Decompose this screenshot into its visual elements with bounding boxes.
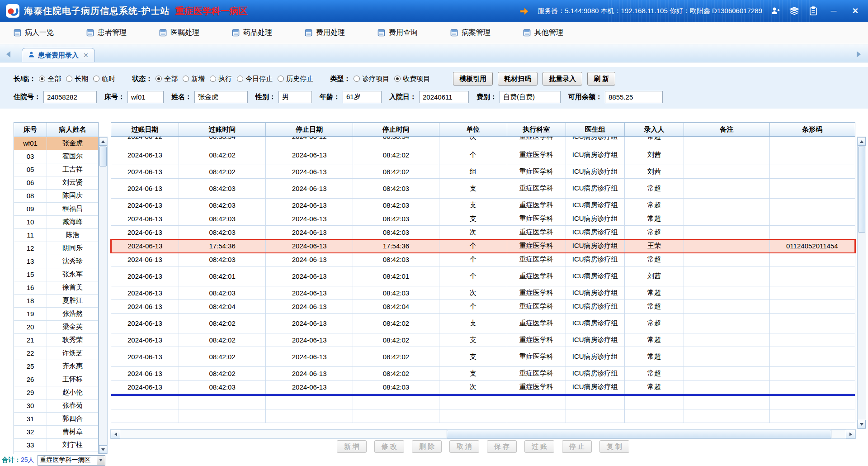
radio-option[interactable]: 今日停止	[237, 75, 273, 83]
field-value-box[interactable]: 20240611	[419, 91, 469, 103]
radio-option[interactable]: 全部	[156, 75, 178, 83]
patient-row[interactable]: 12阴同乐	[14, 242, 98, 255]
patient-row[interactable]: 19张浩然	[14, 307, 98, 320]
fee-table-scrollbar[interactable]	[857, 137, 866, 429]
patient-row[interactable]: 32曹树章	[14, 425, 98, 438]
scroll-up-button[interactable]	[858, 137, 866, 146]
radio-option[interactable]: 长期	[66, 75, 88, 83]
menu-item-3[interactable]: 医嘱处理	[159, 28, 199, 38]
action-button[interactable]: 取 消	[449, 440, 479, 453]
field-value-box[interactable]: wf01	[127, 91, 164, 103]
tab-patient-fee-entry[interactable]: 患者费用录入 ✕	[22, 48, 95, 62]
patient-row[interactable]: 09程福昌	[14, 202, 98, 215]
action-button[interactable]: 复 制	[599, 440, 629, 453]
scrollbar-thumb[interactable]	[447, 430, 831, 438]
patient-row[interactable]: 21耿秀荣	[14, 333, 98, 347]
fee-row[interactable]: 2024-06-1308:42:032024-06-1308:42:03支重症医…	[111, 212, 855, 226]
radio-option[interactable]: 全部	[39, 75, 61, 83]
action-button[interactable]: 新 增	[337, 440, 367, 453]
fee-row[interactable]: 2024-06-1308:42:032024-06-1308:42:03个重症医…	[111, 253, 855, 266]
field-value-box[interactable]: 61岁	[343, 91, 382, 103]
fee-row[interactable]: 2024-06-1308:42:032024-06-1308:42:03次重症医…	[111, 286, 855, 300]
menu-item-2[interactable]: 患者管理	[86, 28, 127, 38]
fee-row[interactable]: 2024-06-1308:42:042024-06-1308:42:04个重症医…	[111, 300, 855, 314]
patient-row[interactable]: 26王怀标	[14, 373, 98, 386]
scrollbar-track[interactable]	[858, 233, 866, 420]
fee-row[interactable]: 2024-06-1317:54:362024-06-1317:54:36个重症医…	[111, 239, 855, 253]
tab-scroll-right-button[interactable]	[854, 47, 863, 62]
filter-button[interactable]: 模板引用	[453, 72, 493, 86]
patient-row[interactable]: 06刘云贤	[14, 176, 98, 189]
patient-row[interactable]: 33刘宁柱	[14, 438, 98, 452]
radio-option[interactable]: 诊疗项目	[354, 75, 389, 83]
patient-row[interactable]: 31郭四合	[14, 412, 98, 425]
person-add-icon[interactable]	[769, 5, 781, 17]
patient-row[interactable]: 29赵小伦	[14, 386, 98, 399]
patient-row[interactable]: 11陈浩	[14, 228, 98, 242]
patient-list-scrollbar[interactable]	[99, 137, 108, 454]
radio-option[interactable]: 临时	[93, 75, 115, 83]
field-value-box[interactable]: 张金虎	[194, 91, 248, 103]
horizontal-scrollbar[interactable]	[110, 429, 856, 439]
filter-button[interactable]: 批量录入	[542, 72, 582, 86]
scroll-down-button[interactable]	[858, 420, 866, 428]
scroll-left-button[interactable]	[111, 430, 120, 438]
fee-row[interactable]: 2024-06-1308:42:022024-06-1308:42:02支重症医…	[111, 367, 855, 380]
patient-row[interactable]: 18夏胜江	[14, 294, 98, 307]
scrollbar-track[interactable]	[120, 430, 846, 438]
radio-option[interactable]: 执行	[210, 75, 232, 83]
scroll-down-button[interactable]	[99, 445, 107, 454]
fee-row[interactable]: 2024-06-1308:42:022024-06-1308:42:02个重症医…	[111, 145, 855, 165]
filter-button[interactable]: 耗材扫码	[498, 72, 538, 86]
patient-row[interactable]: 16徐首美	[14, 281, 98, 294]
scroll-up-button[interactable]	[99, 137, 107, 146]
filter-button[interactable]: 刷 新	[587, 72, 615, 86]
menu-item-8[interactable]: 其他管理	[523, 28, 563, 38]
ward-select[interactable]: 重症医学科一病区	[38, 455, 105, 466]
patient-row[interactable]: 15张永军	[14, 268, 98, 281]
patient-row[interactable]: 30张春菊	[14, 399, 98, 412]
action-button[interactable]: 停 止	[562, 440, 592, 453]
clipboard-icon[interactable]	[807, 5, 819, 17]
radio-option[interactable]: 收费项目	[394, 75, 430, 83]
layers-icon[interactable]	[788, 5, 800, 17]
patient-row[interactable]: 13沈秀珍	[14, 255, 98, 268]
menu-item-6[interactable]: 费用查询	[377, 28, 418, 38]
field-value-box[interactable]: 男	[278, 91, 312, 103]
action-button[interactable]: 过 账	[524, 440, 554, 453]
tab-close-icon[interactable]: ✕	[83, 52, 89, 59]
fee-row[interactable]: 2024-06-1308:42:022024-06-1308:42:02支重症医…	[111, 347, 855, 367]
field-value-box[interactable]: 8855.25	[605, 91, 663, 103]
patient-row[interactable]: 08陈国庆	[14, 189, 98, 202]
scrollbar-thumb[interactable]	[99, 147, 107, 166]
close-button[interactable]: ×	[848, 5, 863, 17]
scrollbar-thumb[interactable]	[858, 147, 865, 233]
patient-row[interactable]: 10臧海峰	[14, 215, 98, 228]
action-button[interactable]: 删 除	[412, 440, 442, 453]
menu-item-5[interactable]: 费用处理	[305, 28, 345, 38]
menu-item-7[interactable]: 病案管理	[450, 28, 491, 38]
patient-row[interactable]: 05王吉祥	[14, 163, 98, 176]
radio-option[interactable]: 新增	[183, 75, 205, 83]
scrollbar-track[interactable]	[99, 167, 107, 445]
action-button[interactable]: 保 存	[487, 440, 517, 453]
fee-row[interactable]: 2024-06-1308:42:032024-06-1308:42:03次重症医…	[111, 380, 855, 394]
fee-row[interactable]: 2024-06-1308:42:022024-06-1308:42:02支重症医…	[111, 314, 855, 333]
fee-row[interactable]: 2024-06-1308:42:012024-06-1308:42:01个重症医…	[111, 266, 855, 286]
fee-row[interactable]: 2024-06-1206:38:542024-06-1206:38:54次重症医…	[111, 137, 855, 145]
field-value-box[interactable]: 自费(自费)	[500, 91, 561, 103]
patient-row[interactable]: 22许焕芝	[14, 347, 98, 360]
action-button[interactable]: 修 改	[374, 440, 404, 453]
fee-row[interactable]: 2024-06-1308:42:032024-06-1308:42:03次重症医…	[111, 226, 855, 239]
dropdown-arrow-icon[interactable]	[97, 456, 105, 465]
patient-row[interactable]: 20梁金英	[14, 320, 98, 333]
fee-row[interactable]: 2024-06-1308:42:022024-06-1308:42:02组重症医…	[111, 165, 855, 179]
minimize-button[interactable]: ─	[826, 5, 841, 17]
menu-item-4[interactable]: 药品处理	[232, 28, 272, 38]
fee-row[interactable]: 2024-06-1308:42:032024-06-1308:42:03支重症医…	[111, 179, 855, 199]
fee-row[interactable]: 2024-06-1308:42:022024-06-1308:42:02支重症医…	[111, 333, 855, 347]
patient-row[interactable]: 03霍国尔	[14, 150, 98, 163]
patient-row[interactable]: wf01张金虎	[14, 137, 98, 150]
menu-item-1[interactable]: 病人一览	[14, 28, 54, 38]
patient-row[interactable]: 25齐永惠	[14, 360, 98, 373]
